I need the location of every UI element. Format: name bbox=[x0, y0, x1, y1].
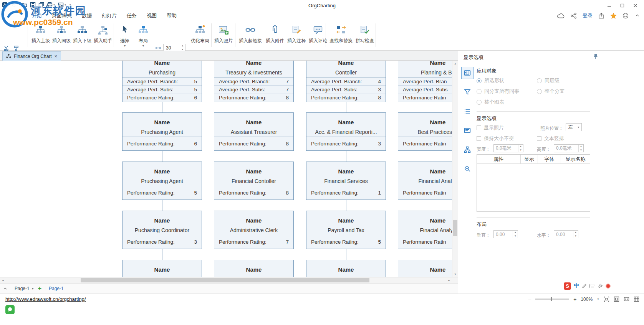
height-input[interactable]: 0.0毫米 ▲▼ bbox=[554, 144, 584, 152]
org-node[interactable]: NameAdministrative ClerkPerformance Rati… bbox=[214, 211, 294, 249]
apply-option-1[interactable]: 同层级 bbox=[537, 78, 560, 84]
apply-option-2[interactable]: 同分支所有同事 bbox=[477, 88, 519, 94]
scroll-right-icon[interactable]: ► bbox=[446, 277, 452, 283]
scroll-down-icon[interactable]: ▼ bbox=[452, 271, 458, 277]
page-list-caret-icon[interactable]: ▼ bbox=[31, 287, 34, 290]
select-button[interactable]: 选择 ▼ bbox=[116, 22, 134, 49]
ime-pen-icon[interactable] bbox=[582, 284, 587, 289]
zoom-out-icon[interactable]: – bbox=[528, 296, 531, 302]
optimize-layout-button[interactable]: 优化布局 bbox=[190, 22, 210, 49]
insert-note-button[interactable]: 插入注释 bbox=[286, 22, 306, 49]
zoom-in-icon[interactable]: + bbox=[573, 296, 576, 302]
star-icon[interactable] bbox=[610, 13, 617, 19]
zoom-slider-thumb[interactable] bbox=[551, 297, 552, 301]
collapse-ribbon-icon[interactable] bbox=[635, 13, 639, 18]
org-node[interactable]: Name bbox=[122, 260, 202, 277]
panel-tab-style[interactable] bbox=[461, 86, 473, 98]
ime-badge-icon[interactable] bbox=[606, 284, 611, 289]
fit-width-icon[interactable] bbox=[624, 296, 629, 302]
spin-down-icon[interactable]: ▼ bbox=[518, 148, 523, 152]
smiley-icon[interactable] bbox=[622, 13, 629, 19]
menu-tab-数据[interactable]: 数据 bbox=[77, 11, 97, 21]
spinner-arrows[interactable]: ▲▼ bbox=[518, 145, 523, 152]
zoom-slider[interactable] bbox=[535, 299, 569, 300]
panel-tab-display-options[interactable] bbox=[461, 67, 473, 79]
zoom-caret-icon[interactable]: ▼ bbox=[597, 298, 599, 300]
login-link[interactable]: 登录 bbox=[583, 12, 593, 19]
maximize-button[interactable] bbox=[616, 0, 629, 11]
menu-tab-帮助[interactable]: 帮助 bbox=[162, 11, 182, 21]
spin-down-icon[interactable]: ▼ bbox=[573, 234, 578, 238]
ime-language-indicator[interactable]: 中 bbox=[574, 282, 579, 289]
panel-tab-legend[interactable] bbox=[461, 105, 473, 117]
insert-child-button[interactable]: 插入下级 bbox=[72, 22, 92, 49]
panel-tab-zoom[interactable] bbox=[461, 163, 473, 175]
spin-up-icon[interactable]: ▲ bbox=[573, 231, 578, 234]
apply-option-0[interactable]: 所选形状 bbox=[477, 78, 504, 84]
spin-up-icon[interactable]: ▲ bbox=[518, 145, 523, 148]
horizontal-scrollbar[interactable]: ◄ ► bbox=[0, 277, 458, 283]
ime-wrench-icon[interactable] bbox=[598, 284, 603, 289]
spell-check-button[interactable]: 拼写检查 bbox=[355, 22, 375, 49]
apply-option-3[interactable]: 整个分支 bbox=[537, 88, 565, 94]
org-node[interactable]: NameFinancial ServicesPerformance Rating… bbox=[306, 162, 386, 200]
spinner-arrows[interactable]: ▲▼ bbox=[573, 231, 578, 238]
vertical-spacing-input[interactable]: 0.00 ▲▼ bbox=[493, 230, 518, 238]
share-icon[interactable] bbox=[571, 13, 577, 19]
canvas[interactable]: NamePurchasingAverage Perf. Branch:5Aver… bbox=[0, 61, 452, 277]
photo-position-select[interactable]: 左 ▼ bbox=[566, 123, 582, 131]
apply-option-4[interactable]: 整个图表 bbox=[477, 99, 504, 105]
vertical-scroll-thumb[interactable] bbox=[453, 220, 457, 236]
spinner-arrows[interactable]: ▲▼ bbox=[513, 231, 518, 238]
page-list-item[interactable]: Page-1 bbox=[15, 286, 30, 291]
document-tab[interactable]: Finance Org Chart × bbox=[2, 51, 61, 61]
insert-parent-button[interactable]: 插入上级 bbox=[31, 22, 51, 49]
spin-up-icon[interactable]: ▲ bbox=[579, 145, 583, 148]
org-node[interactable]: NameBest Practices InPerformance Ratin bbox=[398, 112, 452, 151]
org-node[interactable]: NamePruchasing AgentPerformance Rating:6 bbox=[122, 112, 202, 151]
org-node[interactable]: NameContollerAverage Perf. Branch:4Avera… bbox=[306, 61, 386, 102]
show-photo-checkbox[interactable]: 显示照片 bbox=[477, 124, 504, 131]
org-node[interactable]: NamePuchasing CoordinatorPerformance Rat… bbox=[122, 211, 202, 249]
fit-page-icon[interactable] bbox=[614, 296, 619, 302]
scroll-left-icon[interactable]: ◄ bbox=[0, 277, 6, 283]
spin-down-icon[interactable]: ▼ bbox=[579, 148, 583, 152]
active-page-tab[interactable]: Page-1 bbox=[49, 286, 64, 291]
org-node[interactable]: Name bbox=[214, 260, 294, 277]
insert-attachment-button[interactable]: 插入附件 bbox=[265, 22, 285, 49]
org-node[interactable]: NamePayroll and TaxPerformance Rating:5 bbox=[306, 211, 386, 249]
spinner-arrows[interactable]: ▲▼ bbox=[578, 145, 583, 152]
org-node[interactable]: NamePruchasing AgentPerformance Rating:5 bbox=[122, 162, 202, 200]
insert-assistant-button[interactable]: 插入助手 bbox=[93, 22, 113, 49]
org-node[interactable]: NamePurchasingAverage Perf. Branch:5Aver… bbox=[122, 61, 202, 102]
attribute-table[interactable]: 属性显示字体显示名称 bbox=[477, 154, 590, 212]
spin-up-icon[interactable]: ▲ bbox=[513, 231, 518, 234]
menu-tab-任务[interactable]: 任务 bbox=[122, 11, 142, 21]
find-replace-button[interactable]: 查找和替换 bbox=[329, 22, 353, 49]
org-node[interactable]: Name bbox=[398, 260, 452, 277]
org-node[interactable]: NameFinancial AnalysPerformance Ratin bbox=[398, 162, 452, 200]
org-node[interactable]: NamePlanning & BuAverage Perf. BranAvera… bbox=[398, 61, 452, 102]
add-page-button[interactable]: + bbox=[38, 285, 41, 292]
close-button[interactable] bbox=[629, 0, 642, 11]
insert-sibling-button[interactable]: 插入同级 bbox=[51, 22, 71, 49]
spin-down-icon[interactable]: ▼ bbox=[513, 234, 518, 238]
menu-tab-开始[interactable]: 开始 bbox=[27, 11, 47, 21]
horizontal-spacing-input[interactable]: 0.00 ▲▼ bbox=[554, 230, 578, 238]
export-icon[interactable] bbox=[598, 13, 604, 19]
collapse-pages-icon[interactable] bbox=[3, 287, 7, 291]
scroll-up-icon[interactable]: ▲ bbox=[452, 61, 458, 66]
width-input[interactable]: 0.0毫米 ▲▼ bbox=[493, 144, 523, 152]
menu-tab-幻灯片[interactable]: 幻灯片 bbox=[97, 11, 122, 21]
keep-size-checkbox[interactable]: 保持大小不变 bbox=[477, 135, 514, 142]
qq-floating-icon[interactable] bbox=[5, 305, 15, 314]
org-node[interactable]: NameFinancial ContollerPerformance Ratin… bbox=[214, 162, 294, 200]
fit-selection-icon[interactable] bbox=[604, 296, 609, 302]
sogou-logo-icon[interactable]: S bbox=[564, 282, 571, 290]
vertical-scrollbar[interactable]: ▲ ▼ bbox=[452, 61, 458, 277]
cloud-icon[interactable] bbox=[557, 13, 565, 18]
menu-tab-页面样式[interactable]: 页面样式 bbox=[47, 11, 77, 21]
org-node[interactable]: NameAcc. & Financial Reporti...Performan… bbox=[306, 112, 386, 151]
org-node[interactable]: NameAssistant TreasurerPerformance Ratin… bbox=[214, 112, 294, 151]
horizontal-scroll-thumb[interactable] bbox=[81, 278, 369, 282]
